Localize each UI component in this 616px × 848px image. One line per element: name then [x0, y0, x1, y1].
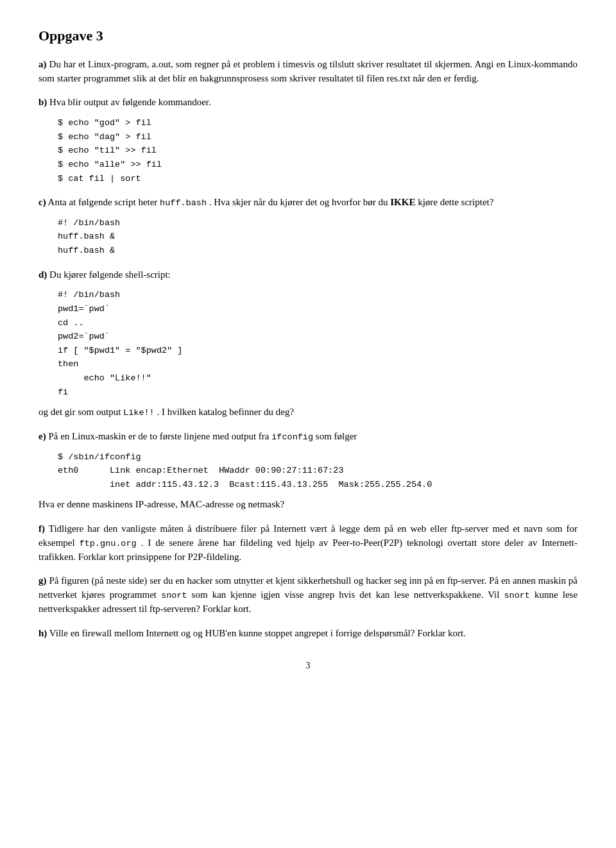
section-a: a) Du har et Linux-program, a.out, som r…: [38, 58, 578, 86]
section-h-text: h) Ville en firewall mellom Internett og…: [38, 627, 578, 641]
section-f-text: f) Tidligere har den vanligste måten å d…: [38, 522, 578, 564]
section-b-text: b) Hva blir output av følgende kommandoe…: [38, 96, 578, 110]
section-e-text2: Hva er denne maskinens IP-adresse, MAC-a…: [38, 498, 578, 512]
section-c-label: c): [38, 197, 46, 207]
page-title: Oppgave 3: [38, 26, 578, 46]
section-h: h) Ville en firewall mellom Internett og…: [38, 627, 578, 641]
section-b-label: b): [38, 97, 47, 107]
section-f: f) Tidligere har den vanligste måten å d…: [38, 522, 578, 564]
section-g-label: g): [38, 575, 47, 586]
section-b-code: $ echo "god" > fil $ echo "dag" > fil $ …: [58, 116, 578, 185]
section-f-label: f): [38, 523, 45, 534]
section-e: e) På en Linux-maskin er de to første li…: [38, 430, 578, 512]
section-d-text2: og det gir som output Like!! . I hvilken…: [38, 405, 578, 420]
section-e-label: e): [38, 431, 46, 441]
section-d-label: d): [38, 269, 47, 280]
section-e-text: e) På en Linux-maskin er de to første li…: [38, 430, 578, 444]
section-a-text: a) Du har et Linux-program, a.out, som r…: [38, 58, 578, 86]
section-h-label: h): [38, 628, 47, 638]
section-g: g) På figuren (på neste side) ser du en …: [38, 574, 578, 616]
section-c: c) Anta at følgende script heter huff.ba…: [38, 196, 578, 258]
section-c-text: c) Anta at følgende script heter huff.ba…: [38, 196, 578, 210]
section-d-text: d) Du kjører følgende shell-script:: [38, 268, 578, 282]
section-c-code: #! /bin/bash huff.bash & huff.bash &: [58, 216, 578, 258]
section-d-code: #! /bin/bash pwd1=`pwd` cd .. pwd2=`pwd`…: [58, 288, 578, 399]
page-number: 3: [38, 659, 578, 672]
section-a-label: a): [38, 59, 47, 69]
section-d: d) Du kjører følgende shell-script: #! /…: [38, 268, 578, 420]
section-g-text: g) På figuren (på neste side) ser du en …: [38, 574, 578, 616]
section-b: b) Hva blir output av følgende kommandoe…: [38, 96, 578, 185]
section-e-code: $ /sbin/ifconfig eth0 Link encap:Etherne…: [58, 450, 578, 492]
